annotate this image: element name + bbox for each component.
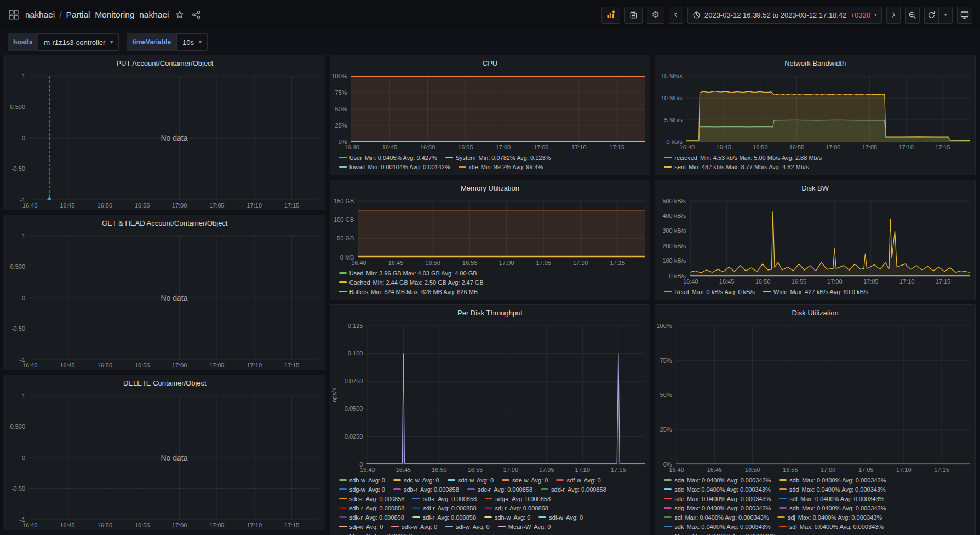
legend-item-sdl-r[interactable]: sdl-rAvg: 0.000858 — [412, 514, 476, 521]
legend-item-sdf-w[interactable]: sdf-wAvg: 0 — [556, 477, 600, 484]
legend-item-sdd-w[interactable]: sdd-wAvg: 0 — [448, 477, 494, 484]
svg-text:16:45: 16:45 — [60, 522, 75, 528]
legend-item-sdb[interactable]: sdbMax: 0.0400% Avg: 0.000343% — [779, 477, 886, 484]
memory-chart[interactable]: 0 MB50 GB100 GB150 GB16:4016:4516:5016:5… — [330, 195, 650, 267]
legend-item-sdh[interactable]: sdhMax: 0.0400% Avg: 0.000343% — [779, 505, 886, 511]
get-head-chart[interactable]: 10.5000-0.50-116:4016:4516:5016:5517:001… — [5, 231, 325, 370]
legend-row: sdh-rAvg: 0.000858sdi-rAvg: 0.000858sdj-… — [339, 503, 648, 513]
panel-title-disk-utilization[interactable]: Disk Utilization — [655, 305, 975, 320]
cpu-chart[interactable]: 0%25%50%75%100%16:4016:4516:5016:5517:00… — [330, 71, 650, 152]
cycle-view-mode-button[interactable] — [957, 7, 972, 24]
legend-item-sdl-w[interactable]: sdl-wAvg: 0 — [445, 524, 490, 530]
network-bandwidth-chart[interactable]: 0 kb/s5 Mb/s10 Mb/s15 Mb/s16:4016:4516:5… — [655, 71, 975, 152]
legend-item-sdk[interactable]: sdkMax: 0.0400% Avg: 0.000343% — [664, 524, 770, 530]
legend-item-sdd[interactable]: sddMax: 0.0400% Avg: 0.000343% — [779, 486, 886, 493]
series-name: sdb-w — [349, 477, 365, 484]
legend-item-sdl[interactable]: sdlMax: 0.0400% Avg: 0.000343% — [779, 524, 884, 530]
per-disk-throughput-chart[interactable]: 00.02500.05000.07500.1000.12516:4016:451… — [330, 320, 650, 474]
legend-item-sdj[interactable]: sdjMax: 0.0400% Avg: 0.000343% — [777, 514, 882, 521]
legend-item-sdc[interactable]: sdcMax: 0.0400% Avg: 0.000343% — [664, 486, 770, 493]
legend-item-sent[interactable]: sentMin: 487 kb/s Max: 8.77 Mb/s Avg: 4.… — [664, 164, 809, 170]
disk-utilization-chart[interactable]: 0%25%50%75%100%16:4016:4516:5016:5517:00… — [655, 320, 975, 474]
legend-item-sdd-r[interactable]: sdd-rAvg: 0.000858 — [541, 486, 606, 493]
save-dashboard-button[interactable] — [624, 7, 643, 24]
panel-title-memory[interactable]: Memory Utilization — [330, 180, 650, 195]
time-range-back-button[interactable] — [669, 7, 683, 24]
variable-time-select[interactable]: 10s ▾ — [176, 33, 208, 51]
legend-item-sdh-w[interactable]: sdh-wAvg: 0 — [484, 514, 530, 521]
time-range-picker[interactable]: 2023-03-12 16:39:52 to 2023-03-12 17:18:… — [687, 7, 882, 24]
series-name: sdb — [789, 477, 799, 484]
legend-item-Used[interactable]: UsedMin: 3.96 GB Max: 4.03 GB Avg: 4.00 … — [339, 270, 477, 277]
clock-icon — [692, 11, 701, 19]
legend-item-sdi[interactable]: sdiMax: 0.0400% Avg: 0.000343% — [664, 514, 769, 521]
panel-title-disk-bw[interactable]: Disk BW — [655, 180, 975, 195]
breadcrumb-folder[interactable]: nakhaei — [25, 10, 55, 20]
legend-item-recieved[interactable]: recievedMin: 4.53 kb/s Max: 5.00 Mb/s Av… — [664, 154, 822, 161]
legend-item-User[interactable]: UserMin: 0.0405% Avg: 0.427% — [339, 154, 437, 161]
series-color-swatch — [339, 498, 347, 499]
share-icon[interactable] — [191, 9, 202, 20]
legend-item-sde-r[interactable]: sde-rAvg: 0.000858 — [339, 496, 405, 502]
legend-item-sda[interactable]: sdaMax: 0.0400% Avg: 0.000343% — [664, 477, 771, 484]
panel-title-put[interactable]: PUT Account/Container/Object — [5, 55, 325, 71]
panel-title-get-head[interactable]: GET & HEAD Account/Container/Object — [5, 215, 325, 231]
legend-item-sdk-w[interactable]: sdk-wAvg: 0 — [391, 524, 437, 530]
legend-item-sdg[interactable]: sdgMax: 0.0400% Avg: 0.000343% — [664, 505, 771, 511]
legend-item-idle[interactable]: idleMin: 99.2% Avg: 99.4% — [459, 164, 543, 170]
legend-item-sdf[interactable]: sdfMax: 0.0400% Avg: 0.000343% — [779, 496, 884, 502]
svg-text:16:40: 16:40 — [683, 278, 698, 285]
panel-title-per-disk-throughput[interactable]: Per Disk Throughput — [330, 305, 650, 320]
svg-text:17:15: 17:15 — [935, 144, 950, 151]
legend-item-Read[interactable]: ReadMax: 0 kB/s Avg: 0 kB/s — [664, 289, 755, 295]
dashboards-grid-icon[interactable] — [8, 9, 20, 21]
legend-item-sdc-r[interactable]: sdc-rAvg: 0.000858 — [467, 486, 532, 493]
legend-item-Mean-R[interactable]: Mean-RAvg: 0.000858 — [339, 533, 412, 535]
variable-host-select[interactable]: m-r1z1s3-controller ▾ — [38, 33, 119, 51]
legend-item-sdh-r[interactable]: sdh-rAvg: 0.000858 — [339, 505, 405, 511]
panel-title-network-bandwidth[interactable]: Network Bandwidth — [655, 55, 975, 71]
legend-item-Cached[interactable]: CachedMin: 2.44 GB Max: 2.50 GB Avg: 2.4… — [339, 279, 484, 286]
legend-item-sde-w[interactable]: sde-wAvg: 0 — [502, 477, 548, 484]
legend-item-sdj-r[interactable]: sdj-rAvg: 0.000858 — [485, 505, 548, 511]
legend-item-Buffers[interactable]: BuffersMin: 624 MB Max: 628 MB Avg: 626 … — [339, 289, 478, 295]
legend-item-sdk-r[interactable]: sdk-rAvg: 0.000858 — [339, 514, 404, 521]
legend-item-sdb-w[interactable]: sdb-wAvg: 0 — [339, 477, 385, 484]
svg-text:16:55: 16:55 — [467, 467, 483, 473]
panel-title-delete[interactable]: DELETE Container/Object — [5, 375, 325, 390]
legend-item-sdi-r[interactable]: sdi-rAvg: 0.000858 — [412, 505, 476, 511]
legend-item-sdb-r[interactable]: sdb-rAvg: 0.000858 — [393, 486, 459, 493]
refresh-interval-dropdown[interactable]: ▾ — [938, 7, 953, 24]
svg-text:16:55: 16:55 — [462, 260, 477, 266]
refresh-button[interactable] — [924, 7, 938, 24]
star-icon[interactable] — [174, 9, 185, 20]
legend-row: recievedMin: 4.53 kb/s Max: 5.00 Mb/s Av… — [664, 153, 973, 162]
breadcrumb-dashboard-title[interactable]: Partial_Monitoring_nakhaei — [66, 10, 169, 20]
legend-item-Iowait[interactable]: IowaitMin: 0.00104% Avg: 0.00142% — [339, 164, 450, 170]
series-name: sdk-w — [402, 524, 417, 530]
time-range-forward-button[interactable] — [886, 7, 901, 24]
legend-item-Write[interactable]: WriteMax: 427 kB/s Avg: 60.0 kB/s — [763, 289, 868, 295]
legend-item-Mean-W[interactable]: Mean-WAvg: 0 — [498, 524, 551, 530]
legend-item-System[interactable]: SystemMin: 0.0782% Avg: 0.123% — [445, 154, 551, 161]
add-panel-button[interactable] — [601, 7, 620, 24]
dashboard-settings-button[interactable]: ⚙ — [647, 7, 664, 24]
zoom-out-button[interactable] — [905, 7, 920, 24]
legend-item-sdg-w[interactable]: sdg-wAvg: 0 — [339, 486, 385, 493]
legend-item-sdg-r[interactable]: sdg-rAvg: 0.000858 — [485, 496, 551, 502]
series-stats: Min: 487 kb/s Max: 8.77 Mb/s Avg: 4.82 M… — [689, 164, 809, 170]
legend-item-sde[interactable]: sdeMax: 0.0400% Avg: 0.000343% — [664, 496, 771, 502]
legend-item-sdf-r[interactable]: sdf-rAvg: 0.000858 — [412, 496, 477, 502]
legend-item-sdc-w[interactable]: sdc-wAvg: 0 — [393, 477, 439, 484]
legend-item-sdi-w[interactable]: sdi-wAvg: 0 — [538, 514, 583, 521]
disk-bw-chart[interactable]: 0 kB/s100 kB/s200 kB/s300 kB/s400 kB/s50… — [655, 195, 975, 286]
series-name: sdi-w — [549, 514, 563, 521]
legend-item-Mean[interactable]: MeanMax: 0.0400% Avg: 0.000343% — [664, 533, 776, 535]
svg-text:16:40: 16:40 — [22, 362, 38, 369]
delete-chart[interactable]: 10.5000-0.50-116:4016:4516:5016:5517:001… — [5, 390, 325, 530]
chevron-right-icon — [890, 11, 897, 19]
panel-title-cpu[interactable]: CPU — [330, 55, 650, 71]
put-chart[interactable]: 10.5000-0.50-116:4016:4516:5016:5517:001… — [5, 71, 325, 210]
legend-item-sdj-w[interactable]: sdj-wAvg: 0 — [339, 524, 383, 530]
series-stats: Max: 0.0400% Avg: 0.000343% — [802, 505, 886, 511]
